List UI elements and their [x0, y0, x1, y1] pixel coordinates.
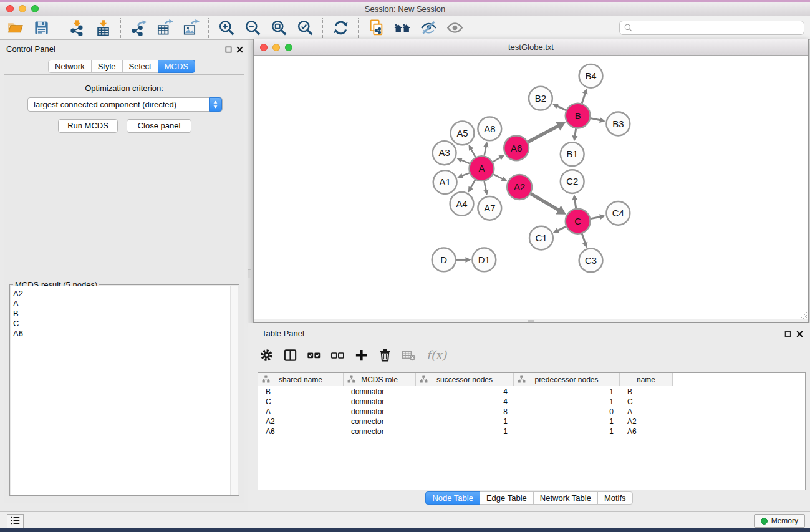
- open-file-button[interactable]: [5, 18, 25, 38]
- graph-edge-A-A3[interactable]: [456, 158, 470, 163]
- graph-edge-C-C4[interactable]: [591, 214, 605, 220]
- graph-edge-A6-B[interactable]: [528, 122, 566, 142]
- graph-node-A2[interactable]: A2: [507, 175, 532, 200]
- deselect-all-button[interactable]: [325, 344, 349, 366]
- gear-button[interactable]: [254, 344, 278, 366]
- graph-node-A3[interactable]: A3: [433, 141, 456, 165]
- add-column-button[interactable]: [349, 344, 373, 366]
- close-window-button[interactable]: [6, 5, 14, 12]
- graph-node-A4[interactable]: A4: [450, 192, 474, 216]
- network-hscrollbar[interactable]: [254, 319, 808, 322]
- graph-edge-C-C1[interactable]: [553, 226, 566, 233]
- graph-edge-C-C2[interactable]: [572, 195, 577, 208]
- mcds-result-item[interactable]: C: [11, 319, 230, 329]
- graph-node-D[interactable]: D: [432, 248, 456, 272]
- close-panel-icon[interactable]: [235, 45, 244, 54]
- export-network-button[interactable]: [128, 18, 148, 38]
- column-header-shared-name[interactable]: shared name: [258, 373, 344, 386]
- tab-select[interactable]: Select: [122, 60, 158, 73]
- main-titlebar[interactable]: Session: New Session: [0, 2, 810, 16]
- tab-motifs[interactable]: Motifs: [597, 491, 633, 505]
- zoom-out-button[interactable]: [243, 18, 263, 38]
- first-neighbors-button[interactable]: [392, 18, 412, 38]
- table-row-A[interactable]: Adominator80A: [258, 407, 805, 417]
- column-header-MCDS-role[interactable]: MCDS role: [344, 373, 416, 386]
- graph-edge-A-A7[interactable]: [483, 181, 488, 196]
- column-header-predecessor-nodes[interactable]: predecessor nodes: [514, 373, 620, 386]
- zoom-fit-button[interactable]: [269, 18, 289, 38]
- graph-node-B4[interactable]: B4: [579, 64, 603, 88]
- run-mcds-button[interactable]: Run MCDS: [58, 119, 118, 133]
- save-button[interactable]: [31, 18, 51, 38]
- graph-edge-A-A4[interactable]: [468, 180, 475, 192]
- select-all-button[interactable]: [302, 344, 325, 366]
- table-close-panel-icon[interactable]: [795, 329, 804, 338]
- network-canvas[interactable]: AA1A2A3A4A5A6A7A8BB1B2B3B4CC1C2C3C4DD1: [254, 56, 808, 319]
- mcds-result-item[interactable]: A6: [11, 329, 230, 339]
- graph-node-C4[interactable]: C4: [606, 201, 630, 225]
- graph-edge-B-B1[interactable]: [572, 128, 578, 141]
- graph-edge-A2-C[interactable]: [531, 194, 566, 215]
- graph-node-C[interactable]: C: [566, 209, 591, 234]
- result-list-scrollbar[interactable]: [230, 286, 238, 495]
- mcds-result-item[interactable]: B: [11, 309, 230, 319]
- graph-edge-C-C3[interactable]: [582, 234, 587, 248]
- graph-edge-B-B3[interactable]: [591, 117, 605, 123]
- graph-edge-A-A6[interactable]: [493, 155, 504, 162]
- import-table-button[interactable]: [93, 18, 113, 38]
- tab-node-table[interactable]: Node Table: [425, 491, 480, 505]
- criterion-dropdown[interactable]: largest connected component (directed): [27, 97, 223, 112]
- tab-style[interactable]: Style: [91, 60, 123, 73]
- graph-node-A7[interactable]: A7: [478, 196, 501, 220]
- import-network-button[interactable]: [67, 18, 87, 38]
- graph-node-C3[interactable]: C3: [579, 249, 603, 273]
- float-panel-icon[interactable]: [224, 45, 233, 54]
- zoom-window-button[interactable]: [31, 5, 39, 12]
- graph-node-D1[interactable]: D1: [472, 248, 496, 272]
- graph-node-C1[interactable]: C1: [529, 226, 553, 250]
- graph-node-B1[interactable]: B1: [561, 142, 584, 166]
- close-panel-button[interactable]: Close panel: [127, 119, 191, 133]
- mcds-result-item[interactable]: A: [11, 299, 230, 309]
- export-table-button[interactable]: [155, 18, 175, 38]
- graph-node-C2[interactable]: C2: [561, 170, 584, 193]
- resize-grip-icon[interactable]: [800, 311, 808, 318]
- split-columns-button[interactable]: [278, 344, 302, 366]
- refresh-button[interactable]: [330, 18, 350, 38]
- graph-edge-B-B4[interactable]: [582, 89, 587, 104]
- graph-node-B2[interactable]: B2: [529, 87, 552, 110]
- graph-node-A8[interactable]: A8: [478, 117, 501, 141]
- search-input[interactable]: [619, 21, 804, 35]
- table-row-C[interactable]: Cdominator41C: [258, 397, 805, 407]
- graph-node-A1[interactable]: A1: [433, 170, 457, 194]
- task-history-button[interactable]: [7, 514, 24, 529]
- delete-table-button[interactable]: [397, 344, 420, 366]
- minimize-window-button[interactable]: [19, 5, 26, 12]
- network-minimize-button[interactable]: [272, 44, 280, 51]
- zoom-in-button[interactable]: [216, 18, 236, 38]
- table-row-A6[interactable]: A6connector11A6: [258, 427, 805, 437]
- memory-button[interactable]: Memory: [754, 514, 805, 528]
- function-builder-button[interactable]: f(x): [420, 344, 453, 366]
- panel-divider-handle[interactable]: [248, 269, 251, 278]
- network-close-button[interactable]: [260, 44, 268, 51]
- table-row-B[interactable]: Bdominator41B: [258, 387, 805, 397]
- tab-mcds[interactable]: MCDS: [158, 60, 195, 73]
- graph-edge-A-A1[interactable]: [457, 173, 470, 178]
- export-image-button[interactable]: [181, 18, 201, 38]
- graph-node-A5[interactable]: A5: [451, 122, 475, 145]
- tab-edge-table[interactable]: Edge Table: [480, 491, 534, 505]
- column-header-name[interactable]: name: [620, 373, 673, 386]
- tab-network[interactable]: Network: [48, 60, 92, 73]
- graph-edge-A-A5[interactable]: [469, 145, 476, 157]
- mcds-result-item[interactable]: A2: [11, 289, 230, 299]
- hide-selected-button[interactable]: [418, 18, 438, 38]
- table-row-A2[interactable]: A2connector11A2: [258, 417, 805, 427]
- graph-edge-A-A8[interactable]: [483, 142, 488, 156]
- graph-node-A[interactable]: A: [469, 156, 494, 181]
- graph-edge-A-A2[interactable]: [493, 174, 507, 181]
- graph-node-A6[interactable]: A6: [504, 135, 529, 160]
- graph-node-B[interactable]: B: [566, 104, 591, 128]
- tab-network-table[interactable]: Network Table: [533, 491, 598, 505]
- zoom-selected-button[interactable]: [295, 18, 315, 38]
